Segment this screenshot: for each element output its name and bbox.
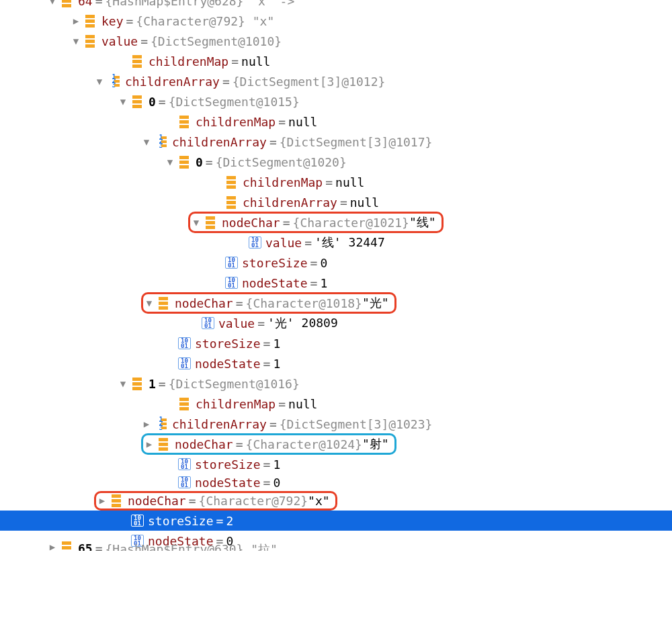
tree-row[interactable]: ▶1001value = '线' 32447 [0, 232, 672, 253]
tree-row[interactable]: ▼0 = {DictSegment@1020} [0, 152, 672, 172]
tree-row[interactable]: ▼nodeChar = {Character@1021} "线" [0, 212, 672, 232]
object-icon [131, 95, 144, 107]
field-value: {DictSegment@1015} [169, 95, 300, 109]
field-name: childrenMap [196, 115, 276, 129]
annotation-box: ▼nodeChar = {Character@1021} "线" [188, 212, 444, 233]
annotation-box: ▶nodeChar = {Character@792} "x" [94, 491, 337, 511]
tree-row[interactable]: ▶key = {Character@792} "x" [0, 11, 672, 31]
field-value-extra: "线" [409, 214, 436, 230]
primitive-icon: 1001 [225, 257, 238, 269]
tree-row[interactable]: ▶childrenMap = null [0, 112, 672, 132]
field-name: key [101, 14, 124, 28]
expand-down-icon[interactable]: ▼ [47, 0, 58, 6]
object-icon [225, 196, 239, 208]
expand-down-icon[interactable]: ▼ [191, 217, 202, 228]
tree-row[interactable]: ▶1001nodeState = 0 [0, 474, 672, 490]
primitive-icon: 1001 [178, 337, 191, 349]
field-value: {HashMap$Entry@628} "x" -> [106, 0, 295, 8]
expand-right-icon[interactable]: ▶ [141, 418, 152, 429]
tree-row[interactable]: ▼64 = {HashMap$Entry@628} "x" -> [0, 0, 672, 11]
object-icon [131, 378, 144, 390]
field-value: null [335, 175, 364, 189]
tree-row[interactable]: ▼1 = {DictSegment@1016} [0, 373, 672, 394]
expand-right-icon[interactable]: ▶ [144, 439, 155, 449]
object-icon [157, 297, 171, 309]
primitive-icon: 1001 [131, 515, 144, 527]
object-icon [225, 176, 239, 188]
expand-down-icon[interactable]: ▼ [118, 96, 128, 107]
field-value: '线' 32447 [314, 234, 385, 251]
expand-down-icon[interactable]: ▼ [144, 298, 155, 308]
field-name: childrenMap [149, 54, 228, 69]
field-value: {Character@792} [199, 494, 308, 508]
tree-row[interactable]: ▶1001value = '光' 20809 [0, 313, 672, 333]
tree-row[interactable]: ▶childrenArray = null [0, 192, 672, 212]
tree-row[interactable]: ▶1001storeSize = 0 [0, 253, 672, 273]
tree-row[interactable]: ▶1001storeSize = 1 [0, 333, 672, 353]
object-icon [178, 116, 192, 128]
object-icon [60, 541, 74, 551]
field-name: childrenMap [243, 175, 323, 189]
field-value: null [288, 115, 317, 129]
field-value: {Character@1018} [246, 296, 362, 310]
primitive-icon: 1001 [178, 458, 191, 470]
array-icon: 123 [155, 136, 168, 148]
tree-row[interactable]: ▶1001nodeState = 1 [0, 273, 672, 293]
expand-right-icon[interactable]: ▶ [97, 495, 108, 506]
field-value: 0 [273, 476, 280, 490]
tree-row[interactable]: ▶65 = {HashMap$Entry@630} "拉" [0, 541, 672, 551]
tree-row[interactable]: ▶childrenMap = null [0, 394, 672, 414]
tree-row[interactable]: ▶nodeChar = {Character@1024} "射" [0, 434, 672, 454]
field-value: 1 [273, 357, 280, 371]
field-value: {DictSegment[3]@1012} [233, 75, 386, 89]
array-icon: 123 [108, 75, 121, 87]
primitive-icon: 1001 [178, 357, 191, 369]
field-value-extra: "光" [362, 295, 389, 311]
tree-row[interactable]: ▶1001nodeState = 1 [0, 353, 672, 373]
object-icon [84, 35, 97, 47]
expand-right-icon[interactable]: ▶ [71, 15, 81, 26]
tree-row[interactable]: ▼nodeChar = {Character@1018} "光" [0, 293, 672, 313]
object-icon [178, 398, 192, 410]
expand-down-icon[interactable]: ▼ [71, 36, 81, 46]
expand-down-icon[interactable]: ▼ [165, 157, 175, 167]
expand-down-icon[interactable]: ▼ [94, 76, 105, 87]
object-icon [204, 216, 218, 228]
tree-row[interactable]: ▶childrenMap = null [0, 51, 672, 71]
tree-row[interactable]: ▼0 = {DictSegment@1015} [0, 91, 672, 112]
object-icon [84, 15, 97, 27]
tree-row[interactable]: ▶1001storeSize = 1 [0, 454, 672, 474]
field-name: nodeChar [222, 216, 280, 230]
expand-down-icon[interactable]: ▼ [141, 136, 152, 147]
field-name: childrenArray [172, 135, 267, 149]
field-name: storeSize [195, 457, 261, 472]
field-name: nodeState [242, 276, 308, 290]
field-name: 1 [149, 377, 156, 391]
tree-row[interactable]: ▶nodeChar = {Character@792} "x" [0, 490, 672, 511]
field-name: value [265, 236, 302, 250]
field-name: nodeChar [128, 494, 186, 508]
tree-row[interactable]: ▶123childrenArray = {DictSegment[3]@1023… [0, 414, 672, 434]
field-value: null [288, 397, 317, 411]
expand-down-icon[interactable]: ▼ [118, 378, 128, 389]
tree-row[interactable]: ▶childrenMap = null [0, 172, 672, 192]
tree-row[interactable]: ▼value = {DictSegment@1010} [0, 31, 672, 51]
tree-row[interactable]: ▼123childrenArray = {DictSegment[3]@1012… [0, 71, 672, 91]
debugger-variables-tree[interactable]: ▼64 = {HashMap$Entry@628} "x" -> ▶key = … [0, 0, 672, 551]
tree-row[interactable]: ▶1001storeSize = 2 [0, 511, 672, 531]
field-value: null [350, 195, 379, 210]
expand-right-icon[interactable]: ▶ [47, 541, 58, 551]
tree-row[interactable]: ▼123childrenArray = {DictSegment[3]@1017… [0, 132, 672, 152]
field-name: 0 [196, 155, 203, 169]
primitive-icon: 1001 [202, 317, 214, 329]
field-value: 1 [273, 337, 280, 351]
annotation-box: ▼nodeChar = {Character@1018} "光" [141, 292, 396, 314]
field-value: {Character@1024} [246, 437, 362, 451]
field-name: value [101, 34, 138, 48]
field-value: 2 [226, 514, 233, 528]
field-name: storeSize [242, 256, 308, 270]
primitive-icon: 1001 [249, 236, 261, 249]
field-value-extra: "射" [362, 436, 389, 452]
field-value-extra: "x" [308, 494, 330, 508]
field-value: {DictSegment@1010} [151, 34, 282, 48]
